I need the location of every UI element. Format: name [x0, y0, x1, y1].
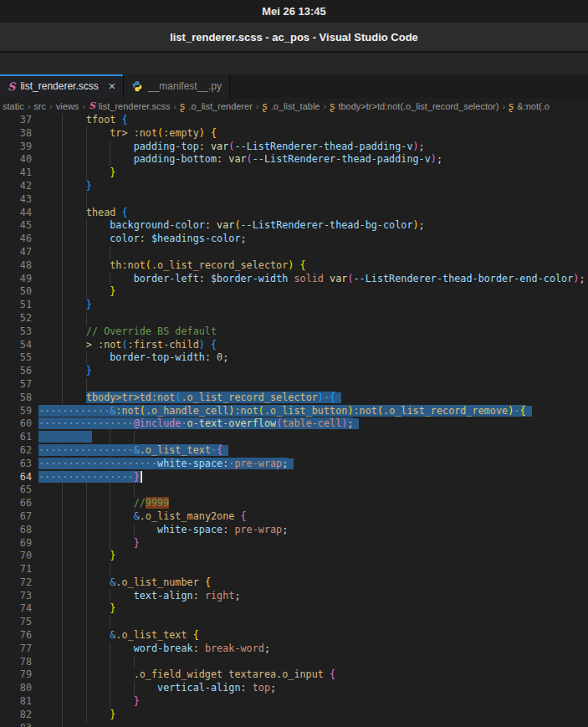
code-line[interactable]: 46 color: $headings-color; [0, 233, 588, 246]
breadcrumb-item[interactable]: Slist_renderer.scss [89, 101, 171, 111]
line-number[interactable]: 39 [0, 141, 32, 154]
line-number[interactable]: 41 [0, 166, 32, 180]
line-number[interactable]: 64 [0, 471, 32, 484]
code-line-content[interactable]: tfoot { [32, 114, 588, 127]
code-line-content[interactable]: > :not(:first-child) { [32, 339, 588, 352]
code-line[interactable]: 81 } [0, 695, 588, 709]
code-line-content[interactable] [32, 484, 588, 497]
code-line-content[interactable]: } [32, 550, 588, 563]
code-editor[interactable]: 37 tfoot {38 tr> :not(:empty) {39 paddin… [0, 114, 588, 727]
line-number[interactable]: 81 [0, 695, 32, 709]
code-line-content[interactable]: &.o_list_many2one { [32, 510, 588, 524]
code-line-content[interactable] [32, 312, 588, 325]
line-number[interactable]: 69 [0, 537, 32, 550]
line-number[interactable]: 63 [0, 458, 32, 471]
code-line-content[interactable]: border-top-width: 0; [32, 351, 588, 365]
line-number[interactable]: 70 [0, 550, 32, 563]
code-line[interactable]: 41 } [0, 166, 588, 180]
code-line-content[interactable]: tr> :not(:empty) { [32, 127, 588, 141]
code-line[interactable]: 74 } [0, 602, 588, 616]
code-line-content[interactable]: padding-top: var(--ListRenderer-thead-pa… [32, 141, 588, 154]
breadcrumb-item[interactable]: ʂtbody>tr>td:not(.o_list_record_selector… [330, 101, 499, 111]
code-line[interactable]: 75 [0, 616, 588, 629]
line-number[interactable]: 83 [0, 722, 32, 727]
code-line[interactable]: 55 border-top-width: 0; [0, 351, 588, 365]
code-line-content[interactable] [32, 656, 588, 669]
code-line[interactable]: 72 &.o_list_number { [0, 576, 588, 590]
code-line[interactable]: 52 [0, 312, 588, 325]
code-line[interactable]: 78 [0, 656, 588, 669]
code-line-content[interactable]: vertical-align: top; [32, 682, 588, 695]
tab-__manifest__.py[interactable]: __manifest__.py [124, 74, 230, 98]
line-number[interactable]: 77 [0, 643, 32, 656]
code-line[interactable]: 51 } [0, 299, 588, 312]
code-line[interactable]: 82 } [0, 709, 588, 722]
breadcrumb-item[interactable]: ʂ.o_list_table [262, 101, 320, 111]
line-number[interactable]: 74 [0, 602, 32, 616]
code-line-content[interactable]: border-left: $border-width solid var(--L… [32, 273, 588, 286]
code-line[interactable]: 56 } [0, 365, 588, 378]
code-line[interactable]: 45 background-color: var(--ListRenderer-… [0, 219, 588, 233]
code-line[interactable]: 63····················white-space:·pre-w… [0, 458, 588, 471]
code-line[interactable]: 54 > :not(:first-child) { [0, 339, 588, 352]
code-line-content[interactable]: } [32, 709, 588, 722]
code-line[interactable]: 47 [0, 246, 588, 259]
code-line-content[interactable]: ················@include·o-text-overflow… [32, 417, 588, 431]
breadcrumb-item[interactable]: ʂ.o_list_renderer [180, 101, 253, 111]
code-line[interactable]: 79 .o_field_widget textarea.o_input { [0, 668, 588, 682]
line-number[interactable]: 57 [0, 378, 32, 392]
code-line[interactable]: 57 [0, 378, 588, 392]
line-number[interactable]: 44 [0, 207, 32, 220]
line-number[interactable]: 79 [0, 668, 32, 682]
line-number[interactable]: 72 [0, 576, 32, 590]
tab-list_renderer.scss[interactable]: Slist_renderer.scss× [0, 74, 124, 98]
code-line[interactable]: 50 } [0, 285, 588, 299]
code-line[interactable]: 65 [0, 484, 588, 497]
code-line[interactable]: 38 tr> :not(:empty) { [0, 127, 588, 141]
line-number[interactable]: 78 [0, 656, 32, 669]
line-number[interactable]: 47 [0, 246, 32, 259]
line-number[interactable]: 76 [0, 629, 32, 643]
line-number[interactable]: 59 [0, 405, 32, 418]
code-line-content[interactable] [32, 616, 588, 629]
line-number[interactable]: 75 [0, 616, 32, 629]
code-line-content[interactable]: background-color: var(--ListRenderer-the… [32, 219, 588, 233]
code-line[interactable]: 61 [0, 431, 588, 444]
code-line[interactable]: 40 padding-bottom: var(--ListRenderer-th… [0, 153, 588, 166]
code-line[interactable]: 80 vertical-align: top; [0, 682, 588, 695]
code-line[interactable]: 60················@include·o-text-overfl… [0, 417, 588, 431]
code-line-content[interactable]: } [32, 602, 588, 616]
line-number[interactable]: 40 [0, 153, 32, 166]
code-line[interactable]: 77 word-break: break-word; [0, 643, 588, 656]
code-line-content[interactable] [32, 246, 588, 259]
code-line[interactable]: 59············&:not(.o_handle_cell):not(… [0, 405, 588, 418]
code-line[interactable]: 71 [0, 563, 588, 576]
code-line-content[interactable]: ····················white-space:·pre-wra… [32, 458, 588, 471]
code-line[interactable]: 83 [0, 722, 588, 727]
code-line[interactable]: 64················} [0, 471, 588, 484]
close-tab-button[interactable]: × [109, 80, 115, 92]
code-line-content[interactable]: ················&.o_list_text·{ [32, 444, 588, 458]
code-line-content[interactable]: } [32, 180, 588, 193]
code-line-content[interactable] [32, 378, 588, 392]
line-number[interactable]: 54 [0, 339, 32, 352]
line-number[interactable]: 53 [0, 325, 32, 339]
line-number[interactable]: 50 [0, 285, 32, 299]
code-line-content[interactable]: } [32, 299, 588, 312]
code-line-content[interactable]: thead { [32, 207, 588, 220]
code-line[interactable]: 49 border-left: $border-width solid var(… [0, 273, 588, 286]
line-number[interactable]: 51 [0, 299, 32, 312]
breadcrumb-item[interactable]: views [56, 101, 79, 111]
code-line[interactable]: 37 tfoot { [0, 114, 588, 127]
line-number[interactable]: 80 [0, 682, 32, 695]
line-number[interactable]: 38 [0, 127, 32, 141]
code-line-content[interactable]: padding-bottom: var(--ListRenderer-thead… [32, 153, 588, 166]
line-number[interactable]: 46 [0, 233, 32, 246]
code-line-content[interactable]: word-break: break-word; [32, 643, 588, 656]
code-line-content[interactable]: .o_field_widget textarea.o_input { [32, 668, 588, 682]
code-line-content[interactable]: } [32, 537, 588, 550]
code-line-content[interactable]: } [32, 166, 588, 180]
code-line-content[interactable] [32, 193, 588, 207]
code-line[interactable]: 73 text-align: right; [0, 590, 588, 603]
line-number[interactable]: 49 [0, 273, 32, 286]
